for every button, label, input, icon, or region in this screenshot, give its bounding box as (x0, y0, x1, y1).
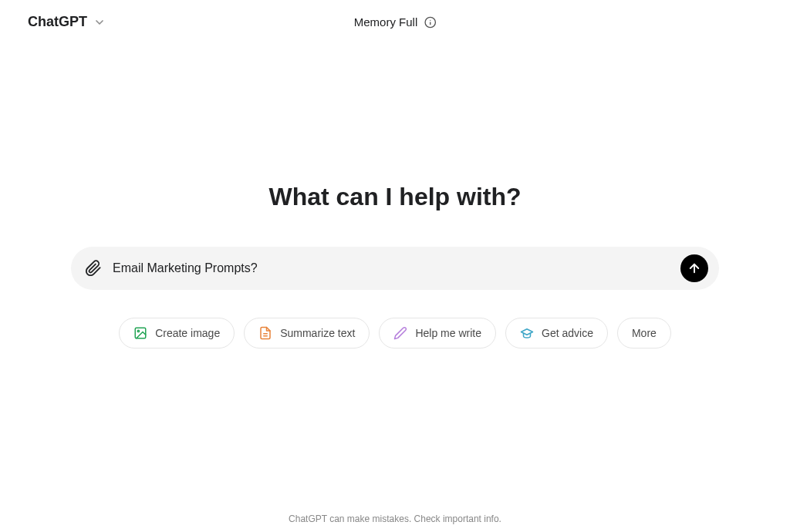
send-button[interactable] (680, 254, 708, 282)
memory-status-label: Memory Full (354, 15, 418, 29)
arrow-up-icon (687, 261, 701, 275)
suggestion-get-advice[interactable]: Get advice (505, 318, 608, 348)
model-selector[interactable]: ChatGPT (28, 14, 106, 30)
suggestion-label: Get advice (542, 327, 593, 339)
suggestion-summarize-text[interactable]: Summarize text (244, 318, 370, 348)
chevron-down-icon (93, 16, 106, 29)
prompt-input[interactable] (113, 261, 670, 275)
suggestion-label: Summarize text (280, 327, 355, 339)
info-icon (424, 16, 436, 29)
suggestion-label: Help me write (415, 327, 481, 339)
suggestion-chips: Create image Summarize text Help me writ… (119, 318, 671, 348)
pencil-icon (393, 326, 407, 340)
main-content: What can I help with? Create image Summa… (0, 44, 790, 348)
attachment-icon[interactable] (85, 260, 102, 277)
suggestion-help-me-write[interactable]: Help me write (379, 318, 496, 348)
suggestion-label: Create image (155, 327, 220, 339)
suggestion-more[interactable]: More (617, 318, 671, 348)
graduation-cap-icon (520, 326, 534, 340)
image-icon (133, 326, 147, 340)
model-name-label: ChatGPT (28, 14, 87, 30)
page-heading: What can I help with? (268, 183, 521, 211)
footer-disclaimer: ChatGPT can make mistakes. Check importa… (0, 513, 790, 524)
memory-status[interactable]: Memory Full (354, 15, 437, 29)
svg-point-5 (137, 330, 139, 332)
document-icon (258, 326, 272, 340)
prompt-input-bar (71, 247, 719, 290)
header: ChatGPT Memory Full (0, 0, 790, 44)
suggestion-create-image[interactable]: Create image (119, 318, 235, 348)
suggestion-label: More (632, 327, 657, 339)
